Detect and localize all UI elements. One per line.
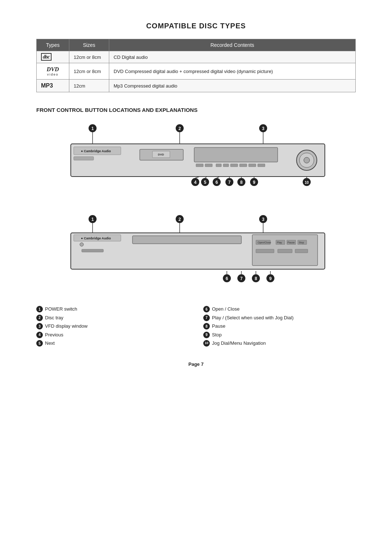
legend-circle-6: 6 [203, 306, 210, 312]
svg-rect-75 [295, 249, 308, 253]
size-mp3: 12cm [69, 80, 109, 92]
svg-text:6: 6 [226, 276, 228, 281]
legend-item-3: 3 VFD display window [36, 323, 189, 330]
svg-text:8: 8 [255, 276, 257, 281]
type-mp3: MP3 [37, 80, 69, 92]
legend-label-2: Disc tray [45, 314, 64, 322]
table-row: disc 12cm or 8cm CD Digital audio [37, 51, 356, 63]
svg-text:1: 1 [91, 217, 94, 222]
svg-text:5: 5 [204, 180, 207, 185]
svg-text:9: 9 [269, 276, 272, 281]
legend-label-6: Open / Close [212, 306, 240, 313]
svg-text:9: 9 [253, 180, 256, 185]
legend-label-7: Play / (Select when used with Jog Dial) [212, 314, 294, 322]
type-cd: disc [37, 51, 69, 63]
legend-item-2: 2 Disc tray [36, 314, 189, 322]
legend-label-10: Jog Dial/Menu Navigation [212, 340, 266, 347]
svg-rect-12 [74, 157, 94, 160]
svg-text:● Cambridge Audio: ● Cambridge Audio [81, 236, 111, 240]
svg-text:Open/Close: Open/Close [258, 241, 271, 244]
legend-label-8: Pause [212, 323, 225, 330]
legend-item-10: 10 Jog Dial/Menu Navigation [203, 340, 356, 347]
legend-label-3: VFD display window [45, 323, 87, 330]
svg-text:DVD: DVD [158, 153, 164, 156]
type-dvd: DVD video [37, 63, 69, 80]
legend-circle-1: 1 [36, 306, 43, 312]
legend-label-9: Stop [212, 331, 222, 339]
svg-text:Stop: Stop [299, 241, 304, 244]
svg-rect-16 [194, 147, 278, 162]
device-diagram-2: 1 2 3 ● Cambridge Audio Open/Close Play … [60, 211, 332, 295]
legend-circle-4: 4 [36, 332, 43, 338]
svg-text:4: 4 [194, 180, 197, 185]
svg-rect-20 [223, 164, 229, 167]
svg-text:Pause: Pause [287, 241, 295, 244]
svg-point-61 [80, 243, 83, 246]
svg-text:Play: Play [277, 241, 282, 244]
svg-rect-22 [240, 164, 247, 167]
legend-circle-8: 8 [203, 323, 210, 329]
legend-item-4: 4 Previous [36, 331, 189, 339]
legend-label-4: Previous [45, 331, 64, 339]
svg-rect-63 [132, 236, 241, 244]
svg-rect-19 [216, 164, 221, 167]
legend-item-1: 1 POWER switch [36, 306, 189, 313]
legend-label-5: Next [45, 340, 55, 347]
svg-text:3: 3 [262, 217, 265, 222]
legend-item-9: 9 Stop [203, 331, 356, 339]
svg-point-27 [304, 157, 310, 163]
svg-rect-73 [256, 249, 274, 253]
svg-rect-23 [249, 164, 256, 167]
svg-text:10: 10 [305, 181, 309, 185]
legend-circle-10: 10 [203, 340, 210, 347]
size-cd: 12cm or 8cm [69, 51, 109, 63]
diagram-top-view: 1 2 3 ● Cambridge Audio DVD [36, 120, 356, 200]
legend-circle-3: 3 [36, 323, 43, 329]
legend-circle-5: 5 [36, 340, 43, 347]
diagram-bottom-view: 1 2 3 ● Cambridge Audio Open/Close Play … [36, 211, 356, 295]
svg-text:8: 8 [240, 180, 243, 185]
legend-circle-9: 9 [203, 332, 210, 338]
content-cd: CD Digital audio [109, 51, 356, 63]
legend-item-7: 7 Play / (Select when used with Jog Dial… [203, 314, 356, 322]
page-number: Page 7 [36, 361, 356, 367]
page-title: COMPATIBLE DISC TYPES [36, 22, 356, 30]
content-mp3: Mp3 Compressed digital audio [109, 80, 356, 92]
svg-rect-24 [258, 164, 265, 167]
compatible-disc-table: Types Sizes Recorded Contents disc 12cm … [36, 39, 356, 92]
table-row: MP3 12cm Mp3 Compressed digital audio [37, 80, 356, 92]
svg-text:2: 2 [179, 126, 181, 131]
size-dvd: 12cm or 8cm [69, 63, 109, 80]
device-diagram-1: 1 2 3 ● Cambridge Audio DVD [60, 120, 332, 200]
svg-text:2: 2 [179, 217, 181, 222]
legend-circle-2: 2 [36, 315, 43, 321]
svg-text:7: 7 [228, 180, 231, 185]
col-header-sizes: Sizes [69, 39, 109, 51]
col-header-types: Types [37, 39, 69, 51]
svg-rect-62 [82, 249, 103, 252]
svg-text:● Cambridge Audio: ● Cambridge Audio [81, 149, 111, 153]
legend-item-6: 6 Open / Close [203, 306, 356, 313]
svg-text:6: 6 [216, 180, 218, 185]
svg-text:1: 1 [91, 126, 94, 131]
svg-rect-18 [205, 164, 212, 167]
legend-label-1: POWER switch [45, 306, 77, 313]
svg-rect-17 [196, 164, 203, 167]
svg-text:3: 3 [262, 126, 265, 131]
legend-circle-7: 7 [203, 315, 210, 321]
legend-item-5: 5 Next [36, 340, 189, 347]
legend-item-8: 8 Pause [203, 323, 356, 330]
table-row: DVD video 12cm or 8cm DVD Compressed dig… [37, 63, 356, 80]
legend-grid: 1 POWER switch 6 Open / Close 2 Disc tra… [36, 306, 356, 347]
content-dvd: DVD Compressed digital audio + compresse… [109, 63, 356, 80]
col-header-recorded: Recorded Contents [109, 39, 356, 51]
svg-rect-21 [230, 164, 238, 167]
section2-title: FRONT CONTROL BUTTON LOCATIONS AND EXPLA… [36, 107, 356, 113]
svg-rect-74 [278, 249, 292, 253]
svg-text:7: 7 [240, 276, 243, 281]
